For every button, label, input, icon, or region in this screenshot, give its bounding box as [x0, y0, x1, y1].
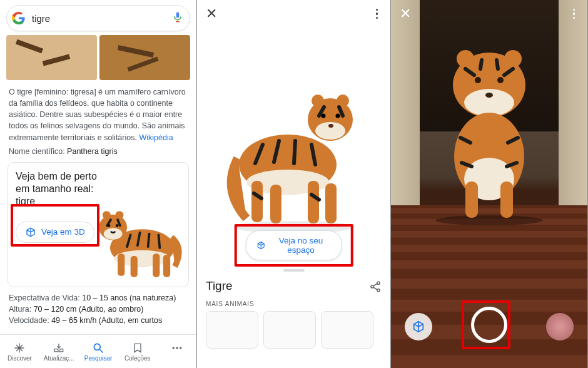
bottom-nav: Discover Atualizaç... Pesquisar Coleções…	[0, 334, 196, 368]
view-3d-card: Veja bem de perto em tamanho real: tigre…	[8, 162, 189, 287]
animal-card[interactable]	[263, 311, 316, 349]
nav-search[interactable]: Pesquisar	[79, 342, 117, 362]
fact-height: Altura: 70 – 120 cm (Adulto, ao ombro)	[0, 304, 196, 315]
svg-line-52	[373, 287, 378, 290]
kebab-menu-icon[interactable]	[569, 5, 579, 23]
gallery-thumb-button[interactable]	[546, 313, 574, 340]
svg-point-21	[94, 344, 100, 350]
search-bar[interactable]	[6, 5, 190, 31]
svg-point-36	[337, 95, 349, 107]
svg-point-11	[103, 211, 111, 219]
toggle-3d-mode-button[interactable]	[405, 313, 432, 340]
panel-ar-view: ✕	[391, 0, 588, 368]
svg-rect-0	[176, 13, 180, 18]
fact-speed: Velocidade: 49 – 65 km/h (Adulto, em cur…	[0, 315, 196, 326]
close-icon[interactable]: ✕	[400, 6, 411, 22]
svg-rect-30	[270, 185, 281, 223]
highlight-annotation	[234, 224, 353, 267]
nav-discover[interactable]: Discover	[1, 342, 38, 362]
svg-point-53	[435, 215, 543, 225]
svg-point-24	[176, 347, 178, 349]
ar-top-bar: ✕	[391, 0, 587, 28]
fact-label: Altura:	[9, 305, 31, 314]
nav-collections[interactable]: Coleções	[119, 342, 156, 362]
google-logo-icon	[12, 11, 26, 25]
more-animals-row[interactable]	[206, 311, 382, 349]
svg-point-56	[457, 50, 474, 68]
fact-label: Velocidade:	[9, 316, 49, 325]
tray-icon	[53, 342, 65, 354]
sheet-drag-handle[interactable]	[283, 269, 305, 272]
svg-point-39	[328, 124, 333, 128]
animal-card[interactable]	[321, 311, 373, 349]
svg-point-20	[116, 224, 118, 227]
svg-line-68	[497, 60, 498, 69]
svg-rect-8	[163, 255, 170, 277]
svg-line-67	[480, 60, 482, 69]
nav-updates[interactable]: Atualizaç...	[40, 342, 78, 362]
svg-point-58	[475, 77, 481, 83]
search-input[interactable]	[31, 13, 172, 24]
svg-point-10	[104, 228, 123, 240]
fact-label: Expectativa de Vida:	[9, 294, 80, 302]
fact-value: Panthera tigris	[67, 147, 118, 156]
search-icon	[92, 342, 104, 354]
svg-point-57	[504, 50, 522, 68]
camera-shutter-button[interactable]	[471, 307, 507, 343]
nav-label: Pesquisar	[84, 355, 112, 362]
svg-line-51	[373, 284, 378, 286]
mic-icon[interactable]	[172, 10, 183, 26]
svg-rect-7	[153, 253, 160, 277]
svg-rect-64	[500, 181, 513, 218]
nav-more[interactable]: ...	[158, 342, 196, 362]
panel-search-results: O tigre [feminino: tigresa] é um mamífer…	[0, 0, 197, 368]
nav-label: Discover	[8, 355, 32, 362]
highlight-annotation	[11, 204, 99, 247]
fact-value: 10 – 15 anos (na natureza)	[82, 294, 176, 302]
cube-3d-icon	[412, 320, 425, 334]
svg-rect-29	[251, 181, 263, 222]
bookmark-icon	[131, 342, 144, 354]
svg-point-12	[115, 211, 123, 219]
svg-line-15	[148, 233, 150, 247]
svg-point-59	[497, 77, 504, 83]
animal-card[interactable]	[206, 311, 258, 349]
nav-label: Coleções	[124, 355, 151, 362]
svg-point-38	[335, 114, 340, 118]
description: O tigre [feminino: tigresa] é um mamífer…	[0, 80, 196, 146]
svg-rect-32	[325, 183, 337, 223]
svg-rect-63	[465, 181, 478, 218]
sparkle-icon	[13, 342, 26, 354]
close-icon[interactable]: ✕	[206, 6, 217, 22]
svg-line-22	[99, 349, 103, 352]
more-icon	[171, 342, 183, 354]
3d-viewer-canvas[interactable]: Veja no seu espaço	[197, 28, 390, 267]
svg-point-25	[180, 347, 181, 349]
tiger-3d-preview	[89, 195, 183, 283]
thumbnail[interactable]	[99, 35, 190, 80]
svg-point-19	[108, 224, 110, 227]
svg-point-23	[172, 347, 174, 349]
thumbnail[interactable]	[6, 35, 97, 80]
image-thumbnails[interactable]	[0, 35, 196, 80]
sheet-title: Tigre	[206, 279, 233, 293]
fact-scientific-name: Nome científico: Panthera tigris	[0, 146, 196, 157]
svg-point-60	[485, 93, 493, 98]
more-animals-label: MAIS ANIMAIS	[206, 300, 382, 307]
share-icon[interactable]	[369, 280, 382, 293]
fact-value: 49 – 65 km/h (Adulto, em curtos	[51, 316, 162, 325]
fact-life-expectancy: Expectativa de Vida: 10 – 15 anos (na na…	[0, 292, 196, 304]
tiger-3d-model	[219, 71, 369, 233]
svg-line-42	[294, 141, 295, 163]
fact-label: Nome científico:	[9, 147, 65, 156]
wikipedia-link[interactable]: Wikipédia	[139, 133, 173, 142]
panel-3d-viewer: ✕ Veja	[197, 0, 391, 368]
viewer-top-bar: ✕	[197, 0, 390, 28]
svg-rect-31	[308, 181, 319, 223]
tiger-ar-model[interactable]	[420, 38, 558, 225]
card-title: Veja bem de perto em tamanho real: tigre	[16, 170, 101, 208]
kebab-menu-icon[interactable]	[372, 5, 382, 23]
nav-label: Atualizaç...	[44, 355, 74, 362]
svg-rect-5	[118, 253, 124, 275]
fact-value: 70 – 120 cm (Adulto, ao ombro)	[34, 305, 144, 314]
